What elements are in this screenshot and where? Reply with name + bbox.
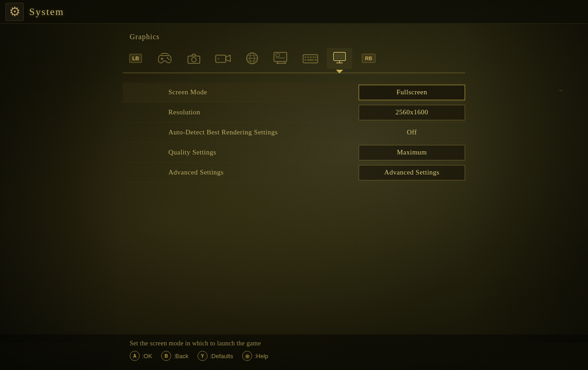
main-content: Graphics LB: [0, 24, 588, 183]
tab-rb[interactable]: RB: [356, 48, 381, 69]
svg-rect-23: [313, 57, 314, 58]
svg-rect-26: [307, 59, 314, 61]
help-button[interactable]: ◎: [242, 351, 252, 361]
tab-video[interactable]: [210, 48, 236, 69]
screen-mode-row[interactable]: Screen Mode Fullscreen: [123, 82, 465, 103]
resolution-row[interactable]: Resolution 2560x1600: [123, 103, 465, 123]
quality-settings-label: Quality Settings: [123, 149, 359, 156]
tab-display2[interactable]: [269, 48, 294, 69]
screen-mode-value[interactable]: Fullscreen: [359, 85, 465, 100]
advanced-settings-value[interactable]: Advanced Settings: [359, 165, 465, 180]
control-ok: A :OK: [130, 351, 152, 361]
bottom-bar: Set the screen mode in which to launch t…: [0, 334, 588, 370]
svg-rect-27: [314, 59, 317, 61]
svg-rect-15: [276, 57, 285, 58]
page-title: System: [29, 6, 64, 18]
svg-point-7: [218, 58, 219, 60]
control-help: ◎ :Help: [242, 351, 268, 361]
screen-mode-label: Screen Mode: [123, 88, 359, 96]
help-label: :Help: [254, 353, 268, 360]
controls: A :OK B :Back Y :Defaults ◎ :Help: [130, 351, 458, 361]
system-icon: ⚙: [5, 3, 24, 21]
tab-lb[interactable]: LB: [123, 48, 148, 69]
ok-label: :OK: [142, 353, 152, 360]
advanced-settings-label: Advanced Settings: [123, 169, 359, 176]
svg-rect-25: [304, 59, 306, 61]
back-button[interactable]: B: [161, 351, 171, 361]
header: ⚙ System: [0, 0, 588, 24]
tab-globe[interactable]: [239, 48, 265, 69]
tab-monitor[interactable]: [327, 48, 352, 69]
svg-rect-24: [315, 57, 317, 58]
quality-settings-value[interactable]: Maximum: [359, 145, 465, 160]
tab-keyboard[interactable]: [298, 48, 323, 69]
auto-detect-row[interactable]: Auto-Detect Best Rendering Settings Off: [123, 123, 465, 143]
svg-point-5: [192, 57, 196, 62]
svg-rect-19: [303, 55, 318, 63]
resolution-label: Resolution: [123, 108, 359, 116]
tab-camera[interactable]: [181, 48, 207, 69]
svg-point-3: [168, 59, 170, 60]
section-title: Graphics: [130, 33, 588, 41]
control-back: B :Back: [161, 351, 188, 361]
svg-rect-20: [304, 57, 306, 58]
tm-badge: ™: [558, 89, 563, 94]
advanced-settings-row[interactable]: Advanced Settings Advanced Settings: [123, 163, 465, 183]
svg-rect-6: [216, 55, 226, 62]
resolution-value[interactable]: 2560x1600: [359, 105, 465, 120]
quality-settings-row[interactable]: Quality Settings Maximum: [123, 143, 465, 163]
svg-rect-14: [276, 54, 279, 57]
settings-area: Screen Mode Fullscreen Resolution 2560x1…: [123, 82, 465, 183]
control-defaults: Y :Defaults: [198, 351, 233, 361]
defaults-button[interactable]: Y: [198, 351, 208, 361]
ok-button[interactable]: A: [130, 351, 140, 361]
auto-detect-value: Off: [359, 125, 465, 140]
hint-text: Set the screen mode in which to launch t…: [130, 340, 458, 347]
tab-gamepad[interactable]: [152, 48, 177, 69]
svg-rect-31: [335, 54, 344, 59]
auto-detect-label: Auto-Detect Best Rendering Settings: [123, 128, 359, 136]
svg-rect-22: [310, 57, 312, 58]
tab-bar: LB: [123, 48, 465, 73]
svg-rect-21: [307, 57, 309, 58]
svg-point-2: [167, 57, 168, 59]
defaults-label: :Defaults: [210, 353, 233, 360]
back-label: :Back: [173, 353, 188, 360]
